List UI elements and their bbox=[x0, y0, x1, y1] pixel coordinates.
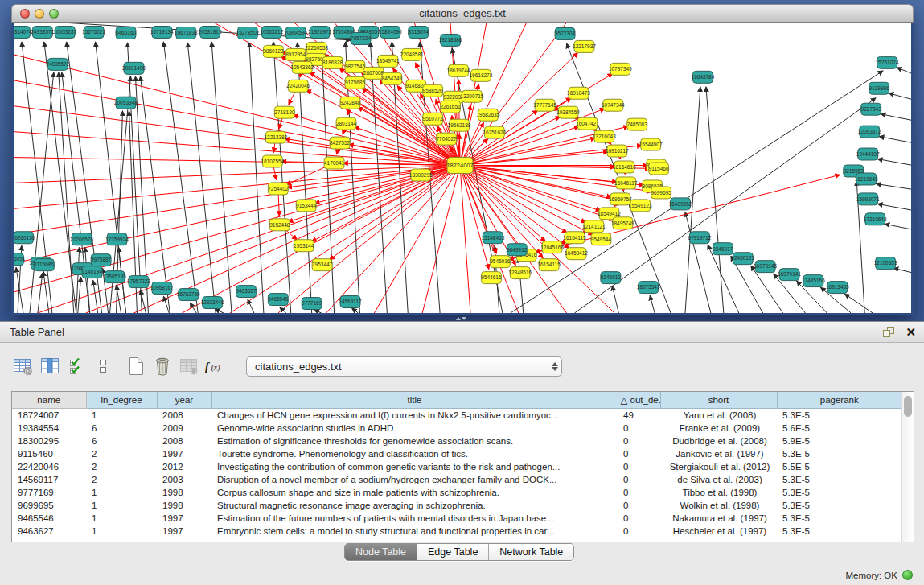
table-cell[interactable]: 19384554 bbox=[12, 422, 86, 435]
graph-node[interactable]: 16164115 bbox=[563, 232, 586, 244]
graph-node[interactable]: 15549123 bbox=[629, 200, 652, 212]
table-cell[interactable]: 0 bbox=[618, 473, 660, 486]
table-cell[interactable]: Jankovic et al. (1997) bbox=[660, 447, 777, 460]
table-cell[interactable]: 1998 bbox=[157, 486, 211, 499]
graph-node[interactable]: 15751074 bbox=[876, 56, 899, 68]
table-cell[interactable]: 5.3E-5 bbox=[777, 473, 901, 486]
graph-node[interactable]: 20053348 bbox=[114, 97, 138, 109]
table-cell[interactable]: 9777169 bbox=[12, 486, 86, 499]
citation-network-graph[interactable]: 9860123891295422260558982750881863281054… bbox=[14, 23, 911, 313]
table-cell[interactable]: Changes of HCN gene expression and I(f) … bbox=[211, 408, 618, 422]
network-canvas[interactable]: 9860123891295422260558982750881863281054… bbox=[11, 23, 914, 315]
graph-node[interactable]: 5572304 bbox=[555, 27, 576, 39]
graph-node[interactable]: 26260150 bbox=[14, 232, 35, 244]
table-cell[interactable]: Nakamura et al. (1997) bbox=[660, 512, 777, 525]
graph-node[interactable]: 19618278 bbox=[470, 69, 493, 81]
graph-node[interactable]: 10958167 bbox=[150, 282, 174, 295]
table-cell[interactable]: Dudbridge et al. (2008) bbox=[660, 435, 777, 447]
graph-node[interactable]: 9860123 bbox=[263, 45, 284, 57]
graph-node[interactable]: 10719134 bbox=[150, 26, 174, 38]
graph-node[interactable]: 18495749 bbox=[611, 217, 634, 229]
table-cell[interactable]: 1997 bbox=[157, 525, 211, 538]
table-cell[interactable]: Disruption of a novel member of a sodium… bbox=[211, 473, 618, 486]
graph-node[interactable]: 12485166 bbox=[802, 275, 825, 287]
table-cell[interactable]: de Silva et al. (2003) bbox=[660, 473, 777, 486]
table-cell[interactable]: 2 bbox=[86, 460, 157, 473]
table-cell[interactable]: 2008 bbox=[157, 408, 211, 422]
table-row[interactable]: 946554611997Estimation of the future num… bbox=[12, 512, 901, 525]
graph-node[interactable]: 18300295 bbox=[409, 169, 433, 181]
graph-node[interactable]: 22048581 bbox=[400, 48, 424, 60]
table-cell[interactable]: 5.3E-5 bbox=[777, 512, 901, 525]
graph-node[interactable]: 8313074 bbox=[409, 26, 429, 38]
graph-node[interactable]: 18107554 bbox=[261, 155, 284, 167]
graph-node[interactable]: 8912954 bbox=[285, 48, 306, 60]
table-cell[interactable]: 1 bbox=[86, 499, 157, 512]
graph-node[interactable]: 15278502 bbox=[236, 27, 260, 39]
new-table-icon[interactable] bbox=[124, 354, 147, 378]
graph-node[interactable]: 9175685 bbox=[345, 76, 366, 89]
table-cell[interactable]: 1997 bbox=[157, 512, 211, 525]
graph-node[interactable]: 12923446 bbox=[201, 297, 224, 309]
graph-node[interactable]: 18549741 bbox=[376, 55, 400, 67]
table-cell[interactable]: 1 bbox=[86, 408, 157, 422]
table-cell[interactable]: Investigating the contribution of common… bbox=[211, 460, 618, 473]
graph-node[interactable]: 10747344 bbox=[602, 99, 625, 111]
graph-node[interactable]: 2867608 bbox=[363, 67, 384, 79]
graph-node[interactable]: 12100553 bbox=[874, 257, 897, 270]
graph-node[interactable]: 19582635 bbox=[477, 109, 500, 121]
table-cell[interactable]: 2 bbox=[86, 473, 157, 486]
minimize-window-button[interactable] bbox=[35, 9, 44, 19]
graph-node[interactable]: 1115686 bbox=[34, 259, 54, 271]
graph-hub-node[interactable]: 18724007 bbox=[446, 158, 473, 174]
graph-node[interactable]: 9129966 bbox=[869, 82, 890, 94]
graph-node[interactable]: 10553212 bbox=[260, 26, 283, 38]
table-cell[interactable]: Franke et al. (2009) bbox=[660, 422, 777, 435]
graph-node[interactable]: 12845166 bbox=[540, 241, 564, 253]
graph-node[interactable]: 21926972 bbox=[308, 26, 331, 38]
graph-node[interactable]: 2718120 bbox=[274, 106, 295, 118]
table-cell[interactable]: 9465546 bbox=[12, 512, 86, 525]
table-cell[interactable]: 5.3E-5 bbox=[777, 408, 901, 422]
table-cell[interactable]: 5.3E-5 bbox=[777, 486, 901, 499]
window-titlebar[interactable]: citations_edges.txt bbox=[11, 4, 914, 23]
table-cell[interactable]: 18300295 bbox=[12, 435, 86, 447]
graph-node[interactable]: 16979141 bbox=[778, 269, 801, 281]
table-cell[interactable]: 1998 bbox=[157, 499, 211, 512]
table-cell[interactable]: 6 bbox=[86, 422, 157, 435]
graph-node[interactable]: 8186328 bbox=[322, 56, 343, 68]
table-cell[interactable]: 0 bbox=[618, 460, 660, 473]
graph-node[interactable]: 9699695 bbox=[651, 187, 672, 199]
graph-node[interactable]: 16409552 bbox=[669, 198, 692, 210]
table-row[interactable]: 969969511998Structural magnetic resonanc… bbox=[12, 499, 901, 512]
table-cell[interactable]: Tourette syndrome. Phenomenology and cla… bbox=[211, 447, 618, 460]
table-row[interactable]: 2242004622012Investigating the contribut… bbox=[12, 460, 901, 473]
table-cell[interactable]: 0 bbox=[618, 525, 660, 538]
graph-node[interactable]: 16648784 bbox=[692, 71, 715, 83]
column-header-in_degree[interactable]: in_degree bbox=[86, 392, 157, 408]
tab-edge-table[interactable]: Edge Table bbox=[417, 544, 489, 560]
table-cell[interactable]: Embryonic stem cells: a model to study s… bbox=[211, 525, 618, 538]
graph-node[interactable]: 16671838 bbox=[175, 27, 198, 39]
table-cell[interactable]: 0 bbox=[618, 486, 660, 499]
table-cell[interactable]: 0 bbox=[618, 499, 660, 512]
graph-node[interactable]: 10797349 bbox=[609, 63, 632, 75]
table-row[interactable]: 946362711997Embryonic stem cells: a mode… bbox=[12, 525, 901, 538]
graph-node[interactable]: 9115460 bbox=[649, 163, 669, 175]
graph-node[interactable]: 19384554 bbox=[556, 106, 580, 118]
graph-node[interactable]: 20206576 bbox=[70, 233, 93, 245]
graph-node[interactable]: 9649912 bbox=[507, 244, 528, 256]
graph-node[interactable]: 14569117 bbox=[339, 296, 362, 308]
table-cell[interactable]: 2009 bbox=[157, 422, 211, 435]
graph-node[interactable]: 17210648 bbox=[864, 213, 887, 225]
table-cell[interactable]: 9115460 bbox=[12, 447, 86, 460]
table-cell[interactable]: 22420046 bbox=[12, 460, 86, 473]
graph-node[interactable]: 17359924 bbox=[105, 233, 129, 245]
graph-node[interactable]: 10553287 bbox=[53, 26, 76, 38]
graph-node[interactable]: 9152448 bbox=[269, 219, 290, 231]
graph-node[interactable]: 17777145 bbox=[533, 99, 556, 111]
table-row[interactable]: 1938455462009Genome-wide association stu… bbox=[12, 422, 901, 435]
graph-node[interactable]: 9510772 bbox=[423, 113, 444, 125]
graph-node[interactable]: 16916217 bbox=[606, 145, 629, 157]
table-cell[interactable]: Structural magnetic resonance image aver… bbox=[211, 499, 618, 512]
